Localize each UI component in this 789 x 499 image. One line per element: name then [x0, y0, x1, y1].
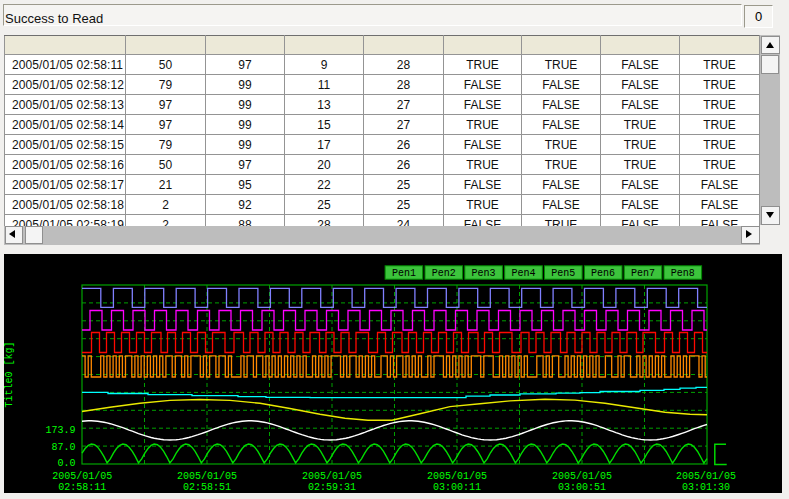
svg-text:2005/01/05: 2005/01/05 — [302, 471, 362, 482]
svg-text:03:00:11: 03:00:11 — [433, 482, 481, 493]
svg-text:87.0: 87.0 — [51, 442, 75, 453]
svg-text:2005/01/05: 2005/01/05 — [427, 471, 487, 482]
svg-text:Pen3: Pen3 — [472, 268, 496, 279]
svg-text:03:01:30: 03:01:30 — [682, 482, 730, 493]
svg-text:Pen1: Pen1 — [392, 268, 416, 279]
svg-text:02:58:51: 02:58:51 — [183, 482, 231, 493]
svg-text:2005/01/05: 2005/01/05 — [52, 471, 112, 482]
svg-text:Pen4: Pen4 — [511, 268, 535, 279]
svg-text:173.9: 173.9 — [45, 425, 75, 436]
svg-text:2005/01/05: 2005/01/05 — [552, 471, 612, 482]
svg-text:Pen6: Pen6 — [591, 268, 615, 279]
svg-text:2005/01/05: 2005/01/05 — [676, 471, 736, 482]
svg-text:Pen2: Pen2 — [432, 268, 456, 279]
svg-text:Pen7: Pen7 — [631, 268, 655, 279]
svg-text:Pen5: Pen5 — [551, 268, 575, 279]
svg-text:2005/01/05: 2005/01/05 — [177, 471, 237, 482]
svg-text:Pen8: Pen8 — [671, 268, 695, 279]
svg-text:02:58:11: 02:58:11 — [58, 482, 106, 493]
svg-text:Title0 [kg]: Title0 [kg] — [4, 341, 15, 407]
svg-text:0.0: 0.0 — [57, 458, 75, 469]
svg-text:03:00:51: 03:00:51 — [558, 482, 606, 493]
svg-text:02:59:31: 02:59:31 — [308, 482, 356, 493]
